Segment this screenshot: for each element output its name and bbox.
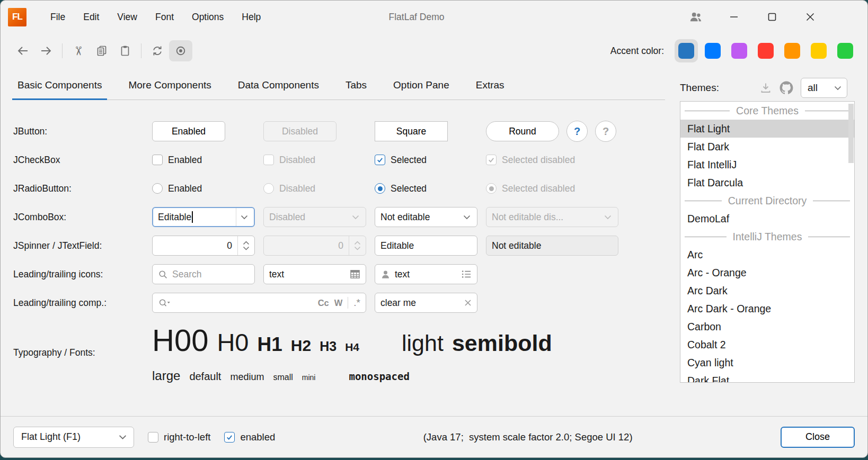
radio-enabled[interactable]: Enabled <box>152 183 255 194</box>
clearable-field[interactable]: clear me <box>375 293 477 313</box>
theme-item-demolaf[interactable]: DemoLaf <box>680 210 854 228</box>
tab-extras[interactable]: Extras <box>472 79 509 100</box>
combobox-not-editable-value: Not editable <box>380 212 430 223</box>
spinner-arrows <box>349 236 366 255</box>
theme-item-flat-intellij[interactable]: Flat IntelliJ <box>680 156 854 174</box>
accent-swatch-blue[interactable] <box>701 39 724 62</box>
github-icon[interactable] <box>780 81 793 95</box>
leading-trailing-comp-label: Leading/trailing comp.: <box>13 297 144 309</box>
theme-item-flat-darcula[interactable]: Flat Darcula <box>680 174 854 192</box>
accent-swatch-red[interactable] <box>754 39 777 62</box>
theme-item-arc-dark-orange[interactable]: Arc Dark - Orange <box>680 300 854 318</box>
list-icon <box>461 269 472 279</box>
copy-button[interactable] <box>90 40 113 61</box>
textfield-editable[interactable]: Editable <box>375 236 477 256</box>
users-button[interactable] <box>677 1 715 33</box>
text-field-with-user-icon[interactable]: text <box>375 264 477 284</box>
users-icon <box>689 10 703 24</box>
spinner-value[interactable]: 0 <box>153 240 237 251</box>
back-button[interactable] <box>11 40 34 61</box>
checkbox-enabled[interactable]: Enabled <box>152 155 255 166</box>
spinner[interactable]: 0 <box>152 236 255 256</box>
forward-button[interactable] <box>34 40 58 61</box>
accent-swatch-purple[interactable] <box>728 39 751 62</box>
jcombobox-label: JComboBox: <box>13 212 144 223</box>
combobox-arrow-button[interactable] <box>236 208 252 226</box>
theme-item-arc-dark[interactable]: Arc Dark <box>680 282 854 300</box>
search-option-buttons: Cc W .* <box>318 297 360 309</box>
theme-item-cyan-light[interactable]: Cyan light <box>680 354 854 372</box>
help-button[interactable]: ? <box>566 121 588 142</box>
theme-item-arc-orange[interactable]: Arc - Orange <box>680 264 854 282</box>
menu-item-file[interactable]: File <box>41 1 74 33</box>
clear-x-icon[interactable] <box>464 299 472 306</box>
accent-swatch-default-blue[interactable] <box>675 39 698 62</box>
combobox-arrow-button[interactable] <box>459 208 475 227</box>
cut-button[interactable]: ✂ <box>67 40 90 61</box>
scrollbar-thumb[interactable] <box>848 104 854 163</box>
spinner-arrows[interactable] <box>237 236 254 255</box>
paste-button[interactable] <box>113 40 137 61</box>
default-font-sample: default <box>189 371 221 383</box>
rtl-checkbox[interactable]: right-to-left <box>148 431 210 443</box>
theme-item-arc[interactable]: Arc <box>680 246 854 264</box>
app-logo-icon: FL <box>8 8 26 26</box>
combobox-not-editable[interactable]: Not editable <box>375 207 477 227</box>
chevron-down-icon <box>463 215 471 220</box>
combobox-arrow-button[interactable] <box>113 435 131 440</box>
menu-item-view[interactable]: View <box>108 1 146 33</box>
search-field-with-options[interactable]: Cc W .* <box>152 293 366 313</box>
tab-more-components[interactable]: More Components <box>124 79 215 100</box>
tab-data-components[interactable]: Data Components <box>234 79 323 100</box>
maximize-button[interactable] <box>753 1 791 33</box>
radio-enabled-label: Enabled <box>168 183 202 194</box>
whole-word-button[interactable]: W <box>334 298 343 308</box>
menu-item-options[interactable]: Options <box>183 1 233 33</box>
radio-selected[interactable]: Selected <box>375 183 477 194</box>
download-icon[interactable] <box>759 82 772 94</box>
tab-option-pane[interactable]: Option Pane <box>389 79 454 100</box>
refresh-button[interactable] <box>146 40 169 61</box>
enabled-button[interactable]: Enabled <box>152 121 225 141</box>
accent-swatch-orange[interactable] <box>781 39 804 62</box>
theme-list-separator: Current Directory <box>680 192 854 210</box>
accent-swatch-yellow[interactable] <box>807 39 830 62</box>
minimize-button[interactable] <box>715 1 753 33</box>
text-field-with-table-icon[interactable]: text <box>263 264 366 284</box>
square-button[interactable]: Square <box>375 121 448 141</box>
radio-disabled-label: Disabled <box>279 183 315 194</box>
h3-sample: H3 <box>320 339 336 354</box>
theme-item-flat-dark[interactable]: Flat Dark <box>680 138 854 156</box>
small-font-sample: small <box>273 373 293 382</box>
laf-combo[interactable]: Flat Light (F1) <box>13 427 134 448</box>
search-with-dropdown-icon[interactable] <box>158 298 171 308</box>
accent-swatch-green[interactable] <box>834 39 857 62</box>
checkbox-selected[interactable]: Selected <box>375 155 477 166</box>
search-field[interactable]: Search <box>152 264 255 284</box>
menu-item-edit[interactable]: Edit <box>74 1 108 33</box>
regex-button[interactable]: .* <box>353 297 360 309</box>
theme-item-flat-light[interactable]: Flat Light <box>680 120 854 138</box>
semibold-weight-sample: semibold <box>452 330 552 356</box>
themes-list[interactable]: Core Themes Flat LightFlat DarkFlat Inte… <box>680 101 855 383</box>
theme-item-dark-flat[interactable]: Dark Flat <box>680 372 854 383</box>
theme-item-carbon[interactable]: Carbon <box>680 318 854 336</box>
separator-label: Core Themes <box>730 105 805 117</box>
theme-item-cobalt-2[interactable]: Cobalt 2 <box>680 336 854 354</box>
close-window-button[interactable] <box>791 1 829 33</box>
combobox-editable[interactable]: Editable <box>152 207 255 227</box>
themes-filter-combo[interactable]: all <box>801 78 847 98</box>
tab-basic-components[interactable]: Basic Components <box>13 79 106 100</box>
round-button[interactable]: Round <box>486 121 559 141</box>
menu-item-font[interactable]: Font <box>146 1 183 33</box>
leading-trailing-icons-row: Leading/trailing icons: Search text <box>13 260 665 288</box>
close-button[interactable]: Close <box>781 427 855 448</box>
combobox-arrow-button[interactable] <box>831 86 845 91</box>
menu-item-help[interactable]: Help <box>233 1 270 33</box>
accent-color-area: Accent color: <box>610 39 857 62</box>
inspect-toggle-button[interactable] <box>169 40 192 61</box>
tab-tabs[interactable]: Tabs <box>341 79 371 100</box>
match-case-button[interactable]: Cc <box>318 298 329 308</box>
radio-icon <box>152 183 163 194</box>
enabled-checkbox[interactable]: enabled <box>224 431 275 443</box>
